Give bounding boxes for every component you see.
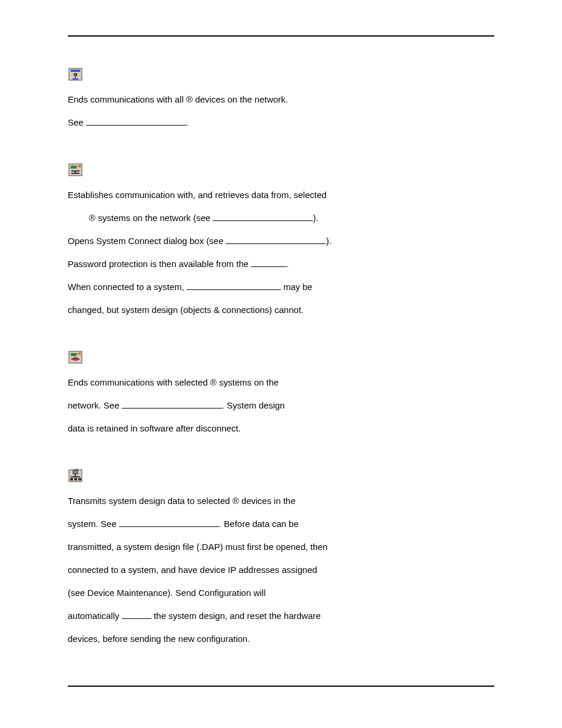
text: Password protection is then available fr… <box>68 259 251 269</box>
body-text: Ends communications with selected ® syst… <box>68 373 409 392</box>
text: Ends communications with selected <box>68 377 210 387</box>
link-placeholder[interactable] <box>251 258 286 267</box>
body-text: connected to a system, and have device I… <box>68 560 409 579</box>
svg-rect-16 <box>70 478 73 480</box>
section-send-config: Transmits system design data to selected… <box>68 467 494 648</box>
text: When connected to a system, <box>68 282 187 292</box>
link-placeholder[interactable] <box>122 610 151 619</box>
text: system. See <box>68 519 119 529</box>
body-text: automatically the system design, and res… <box>68 606 409 625</box>
svg-rect-2 <box>74 73 77 76</box>
body-text: Establishes communication with, and retr… <box>68 185 409 205</box>
top-rule <box>68 35 494 37</box>
svg-rect-1 <box>71 70 80 72</box>
body-text: system. See . Before data can be <box>68 514 409 533</box>
text: ® devices on the network. <box>186 94 288 104</box>
text: Ends communications with all <box>68 94 186 104</box>
svg-rect-14 <box>73 470 78 474</box>
text: . System design <box>222 400 285 410</box>
text: Transmits system design data to selected <box>68 496 233 506</box>
text: data is retained in software after disco… <box>68 423 241 433</box>
page: Ends communications with all ® devices o… <box>0 0 562 728</box>
link-placeholder[interactable] <box>122 399 222 409</box>
svg-rect-6 <box>71 166 77 169</box>
section-disconnect-system: Ends communications with selected ® syst… <box>68 349 494 438</box>
link-placeholder[interactable] <box>213 212 313 221</box>
svg-rect-18 <box>78 478 81 480</box>
send-config-icon <box>68 469 83 483</box>
text: Establishes communication with, and retr… <box>68 190 326 200</box>
svg-rect-17 <box>74 478 77 480</box>
link-placeholder[interactable] <box>119 518 219 527</box>
text: ). <box>313 213 318 223</box>
body-text: ® systems on the network (see ). <box>89 208 431 228</box>
body-text: devices, before sending the new configur… <box>68 629 409 648</box>
text: automatically <box>68 611 122 621</box>
body-text: Password protection is then available fr… <box>68 254 409 274</box>
text: . <box>286 259 289 269</box>
text: connected to a system, and have <box>68 565 200 575</box>
text: device IP addresses assigned <box>200 565 317 575</box>
connect-system-icon <box>68 163 83 177</box>
body-text: transmitted, a system design file (.DAP)… <box>68 537 409 556</box>
svg-rect-11 <box>71 353 77 356</box>
text: changed, but system design (objects & co… <box>68 305 303 315</box>
text: network. See <box>68 400 122 410</box>
link-placeholder[interactable] <box>187 281 281 290</box>
section-connect-system: Establishes communication with, and retr… <box>68 162 494 319</box>
text: transmitted, a system design file (.DAP)… <box>68 542 328 552</box>
body-text: Opens System Connect dialog box (see ). <box>68 231 409 251</box>
body-text: data is retained in software after disco… <box>68 419 409 438</box>
disconnect-all-icon <box>68 67 83 81</box>
body-text: Ends communications with all ® devices o… <box>68 90 409 109</box>
disconnect-system-icon <box>68 350 83 364</box>
body-text: See . <box>68 113 409 132</box>
bottom-rule <box>68 686 494 687</box>
text: ® systems on the <box>210 377 279 387</box>
body-text: network. See . System design <box>68 396 409 415</box>
text: See <box>68 117 86 127</box>
body-text: changed, but system design (objects & co… <box>68 300 409 319</box>
text: the system design, and reset the hardwar… <box>151 611 321 621</box>
text: ® devices in the <box>233 496 296 506</box>
text: (see Device Maintenance). Send Configura… <box>68 588 266 598</box>
body-text: Transmits system design data to selected… <box>68 491 409 510</box>
link-placeholder[interactable] <box>226 235 326 244</box>
text: Opens System Connect dialog box (see <box>68 236 226 246</box>
text: devices, before sending the new configur… <box>68 634 250 644</box>
text: ® systems on the network (see <box>89 213 213 223</box>
section-disconnect-all: Ends communications with all ® devices o… <box>68 66 494 132</box>
text: may be <box>281 282 312 292</box>
text: ). <box>326 236 331 246</box>
link-placeholder[interactable] <box>86 116 186 126</box>
text: . Before data can be <box>219 519 299 529</box>
body-text: When connected to a system, may be <box>68 277 409 297</box>
text: . <box>186 117 189 127</box>
body-text: (see Device Maintenance). Send Configura… <box>68 583 409 602</box>
